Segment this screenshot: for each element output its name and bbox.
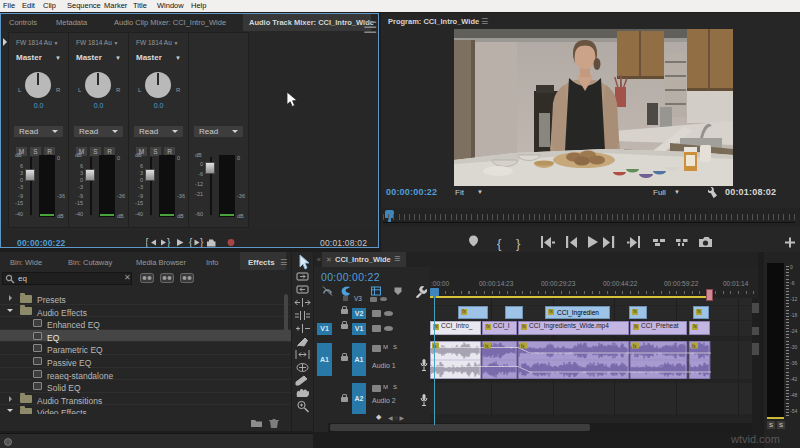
svg-text:{: { [189, 238, 193, 247]
svg-text:}: } [167, 238, 171, 247]
svg-text:{: { [497, 236, 502, 251]
svg-text:}: } [516, 236, 521, 251]
svg-text:}: } [200, 238, 204, 247]
svg-text:{: { [146, 238, 149, 247]
